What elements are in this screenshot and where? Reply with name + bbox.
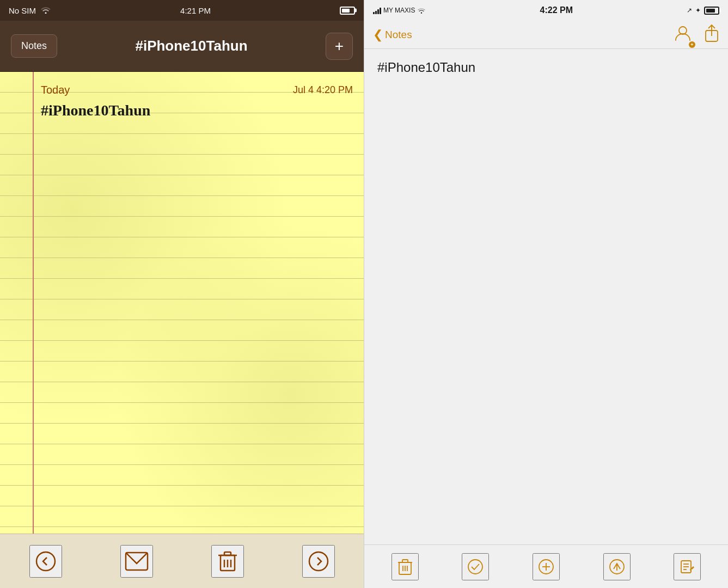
svg-point-10	[309, 552, 328, 571]
share-button[interactable]	[704, 24, 719, 46]
share-icon	[704, 24, 719, 42]
bluetooth-icon: ✦	[695, 7, 701, 14]
trash-button[interactable]	[211, 545, 244, 578]
left-status-bar: No SIM 4:21 PM	[0, 0, 364, 21]
right-back-label: Notes	[385, 29, 412, 41]
signal-bars-icon	[373, 7, 381, 14]
left-back-button[interactable]: Notes	[11, 34, 57, 58]
right-note-title: #iPhone10Tahun	[377, 60, 715, 75]
note-date-right: Jul 4 4:20 PM	[293, 84, 353, 96]
left-status-left: No SIM	[9, 6, 51, 15]
right-panel: MY MAXIS 4:22 PM ↗ ✦ ❮ Notes	[364, 0, 728, 588]
carrier-name: MY MAXIS	[383, 7, 415, 14]
right-nav-actions: +	[675, 24, 719, 46]
svg-rect-16	[402, 560, 408, 562]
svg-point-0	[36, 552, 55, 571]
left-toolbar	[0, 534, 364, 588]
right-back-button[interactable]: ❮ Notes	[373, 28, 412, 42]
right-toolbar	[364, 544, 728, 588]
right-status-bar: MY MAXIS 4:22 PM ↗ ✦	[364, 0, 728, 21]
forward-arrow-button[interactable]	[302, 545, 335, 578]
left-note-title: #iPhone10Tahun	[57, 38, 326, 54]
left-time: 4:21 PM	[180, 6, 211, 15]
battery-icon	[340, 7, 355, 15]
note-date-row: Today Jul 4 4:20 PM	[41, 79, 353, 100]
left-nav-bar: Notes #iPhone10Tahun +	[0, 21, 364, 72]
right-send-button[interactable]	[603, 553, 631, 580]
left-status-right	[340, 7, 355, 15]
left-panel: No SIM 4:21 PM Notes #iPhone10Tahun +	[0, 0, 364, 588]
carrier-label: No SIM	[9, 6, 36, 15]
right-nav-bar: ❮ Notes +	[364, 21, 728, 49]
chevron-left-icon: ❮	[373, 28, 383, 42]
paper-texture	[0, 72, 364, 534]
left-note-area[interactable]: Today Jul 4 4:20 PM #iPhone10Tahun	[0, 72, 364, 534]
note-date-today: Today	[41, 84, 70, 96]
location-icon: ↗	[687, 7, 692, 14]
person-icon	[675, 24, 693, 42]
right-check-button[interactable]	[462, 553, 489, 580]
add-badge: +	[689, 41, 695, 48]
right-battery-icon	[704, 7, 719, 15]
left-add-button[interactable]: +	[326, 33, 353, 60]
wifi-icon	[40, 6, 51, 15]
right-status-right: ↗ ✦	[687, 7, 719, 15]
wifi-icon	[417, 7, 426, 14]
mail-button[interactable]	[120, 545, 153, 578]
svg-point-20	[468, 560, 482, 574]
note-content: Today Jul 4 4:20 PM #iPhone10Tahun	[0, 72, 364, 128]
right-note-content[interactable]: #iPhone10Tahun	[364, 49, 728, 544]
right-add-button[interactable]	[533, 553, 560, 580]
note-text[interactable]: #iPhone10Tahun	[41, 100, 353, 121]
svg-point-11	[679, 27, 687, 34]
add-person-button[interactable]: +	[675, 24, 693, 46]
svg-rect-4	[224, 552, 231, 555]
svg-line-30	[690, 569, 691, 572]
right-time: 4:22 PM	[540, 5, 573, 15]
right-status-left: MY MAXIS	[373, 7, 426, 14]
right-compose-button[interactable]	[674, 553, 701, 580]
right-trash-button[interactable]	[391, 553, 419, 580]
back-arrow-button[interactable]	[29, 545, 62, 578]
